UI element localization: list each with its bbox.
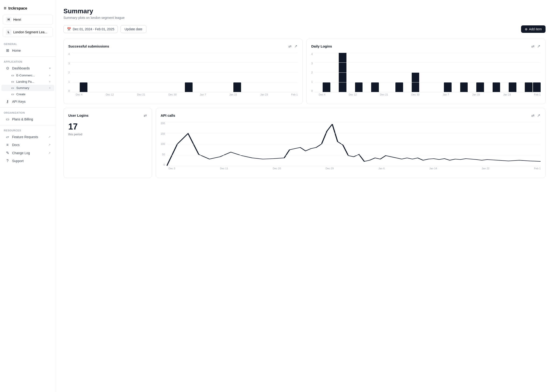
bar (355, 83, 363, 92)
app-name: trckrspace (8, 6, 27, 10)
sidebar-item-docs[interactable]: ≡ Docs ↗ (1, 141, 54, 149)
sidebar-item-home[interactable]: ⊞ Home (1, 46, 54, 55)
card-header: Successful submissions ⇄ ↗ (68, 43, 298, 49)
bar (444, 83, 452, 92)
resources-section-label: RESOURCES (0, 127, 56, 133)
sidebar-item-dashboards-label: Dashboards (12, 66, 30, 70)
sidebar-item-support[interactable]: ? Support (1, 157, 54, 165)
dashboard-file-icon-2: ▭ (11, 80, 14, 83)
bar (80, 83, 87, 92)
sidebar-sub-create[interactable]: ▭ Create (1, 91, 54, 97)
top-charts-grid: Successful submissions ⇄ ↗ 43210 (63, 39, 546, 104)
y-axis: 43210 (68, 53, 72, 92)
user-name: Henri (13, 18, 21, 21)
add-item-label: Add item (529, 27, 542, 31)
card-header-3: User Logins ⇄ (68, 113, 147, 118)
bar (509, 83, 516, 92)
org-selector[interactable]: L London Segment Lea... (3, 27, 53, 37)
sidebar-sub-landing[interactable]: ▭ Landing Pa... × (1, 78, 54, 85)
filter-icon-2[interactable]: ⇄ (531, 43, 535, 49)
chart-title-4: API calls (161, 113, 175, 117)
y-axis-2: 43210 (311, 53, 315, 92)
sidebar-item-support-label: Support (12, 159, 23, 163)
plus-icon: ⊕ (525, 27, 528, 31)
sidebar-item-home-label: Home (12, 49, 21, 52)
sidebar-item-dashboards[interactable]: ⊙ Dashboards ▾ (1, 64, 54, 72)
bar (525, 83, 532, 92)
bar (395, 83, 403, 92)
user-avatar: H (6, 17, 11, 22)
update-date-button[interactable]: Update date (121, 25, 146, 33)
close-icon[interactable]: × (49, 74, 50, 77)
close-icon-2[interactable]: × (49, 80, 50, 83)
close-icon-3[interactable]: × (49, 86, 50, 90)
create-icon: ▭ (11, 92, 14, 96)
user-selector[interactable]: H Henri (3, 15, 53, 24)
divider-2 (0, 107, 56, 108)
expand-icon[interactable]: ↗ (294, 43, 298, 49)
support-icon: ? (5, 159, 10, 163)
sidebar-item-api-keys-label: API Keys (12, 100, 26, 103)
bar (185, 83, 193, 92)
billing-icon: ▭ (5, 117, 10, 121)
successful-submissions-card: Successful submissions ⇄ ↗ 43210 (63, 39, 303, 104)
bar (323, 83, 330, 92)
bar (476, 83, 484, 92)
sidebar-item-plans-billing[interactable]: ▭ Plans & Billing (1, 115, 54, 123)
y-axis-line: 200150100500 (161, 122, 167, 166)
sidebar-item-changelog-label: Change Log (12, 151, 30, 155)
stat-label: this period (68, 133, 147, 136)
filter-icon-3[interactable]: ⇄ (143, 113, 147, 118)
main-content: Summary Summary plots on london segment … (56, 0, 553, 392)
logo-icon: ≡ (4, 6, 7, 11)
dashboard-file-icon: ▭ (11, 74, 14, 77)
card-actions-4: ⇄ ↗ (531, 113, 541, 118)
bar (533, 83, 541, 92)
sidebar-item-feature-requests-label: Feature Requests (12, 135, 38, 139)
sidebar-sub-landing-label: Landing Pa... (16, 80, 34, 83)
application-section-label: APPLICATION (0, 58, 56, 64)
chart-title-3: User Logins (68, 113, 89, 117)
sidebar-sub-ecommerce-label: E-Commerc... (16, 74, 35, 77)
toolbar: 📅 Dec 01, 2024 - Feb 01, 2025 Update dat… (63, 25, 546, 33)
sidebar-sub-summary-label: Summary (16, 86, 29, 90)
x-axis-2: Dec 4Dec 12Dec 21Dec 30Jan 7Jan 15Jan 23… (311, 92, 541, 96)
feature-requests-icon: ▱ (5, 135, 10, 139)
dashboards-icon: ⊙ (5, 66, 10, 70)
home-icon: ⊞ (5, 48, 10, 53)
chevron-down-icon: ▾ (49, 67, 50, 70)
bars-container (72, 53, 298, 92)
chart-title: Successful submissions (68, 44, 109, 48)
card-actions-2: ⇄ ↗ (531, 43, 541, 49)
sidebar-sub-ecommerce[interactable]: ▭ E-Commerc... × (1, 72, 54, 78)
stat-value: 17 (68, 122, 147, 132)
sidebar-item-changelog[interactable]: ✎ Change Log ↗ (1, 149, 54, 157)
filter-icon[interactable]: ⇄ (288, 43, 292, 49)
sidebar-item-feature-requests[interactable]: ▱ Feature Requests ↗ (1, 133, 54, 141)
bar-chart-successful: 43210 (68, 53, 298, 99)
bar-chart-logins: 43210 (311, 53, 541, 99)
bars-container-2 (315, 53, 541, 92)
api-key-icon: ⚷ (5, 99, 10, 104)
org-name: London Segment Lea... (13, 30, 47, 34)
app-logo: ≡ trckrspace (0, 4, 56, 15)
external-link-icon-3: ↗ (48, 151, 50, 155)
daily-logins-card: Daily Logins ⇄ ↗ 43210 (306, 39, 546, 104)
expand-icon-2[interactable]: ↗ (537, 43, 541, 49)
card-header-4: API calls ⇄ ↗ (161, 113, 541, 118)
api-calls-card: API calls ⇄ ↗ 200150100500 (156, 108, 546, 178)
divider-3 (0, 125, 56, 125)
filter-icon-4[interactable]: ⇄ (531, 113, 535, 118)
card-actions-3: ⇄ (143, 113, 147, 118)
sidebar-item-docs-label: Docs (12, 143, 20, 147)
sidebar-item-api-keys[interactable]: ⚷ API Keys (1, 97, 54, 105)
external-link-icon: ↗ (48, 135, 50, 139)
bar (460, 83, 468, 92)
add-item-button[interactable]: ⊕ Add item (521, 25, 546, 33)
page-subtitle: Summary plots on london segment league (63, 16, 546, 20)
date-range-picker[interactable]: 📅 Dec 01, 2024 - Feb 01, 2025 (63, 25, 118, 33)
expand-icon-4[interactable]: ↗ (537, 113, 541, 118)
bar (233, 83, 241, 92)
line-chart-api: 200150100500 (161, 122, 541, 173)
sidebar-sub-summary[interactable]: ▭ Summary × (1, 85, 54, 91)
